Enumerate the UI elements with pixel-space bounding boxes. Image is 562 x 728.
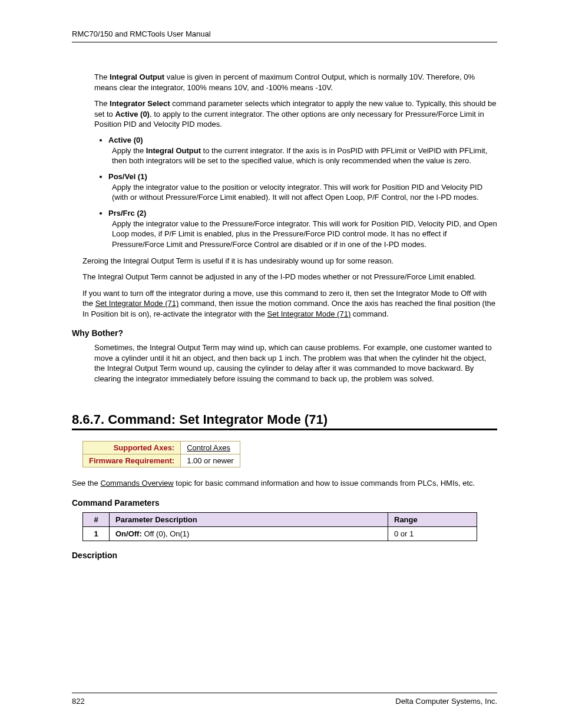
text-bold: Integral Output — [146, 146, 201, 155]
link-control-axes[interactable]: Control Axes — [187, 443, 230, 452]
col-header-description: Parameter Description — [110, 513, 388, 527]
parameters-table: # Parameter Description Range 1 On/Off: … — [82, 512, 477, 541]
bullet-body: Apply the integrator value to the Pressu… — [112, 219, 497, 250]
bullet-heading: Active (0) — [108, 136, 497, 144]
text: Off (0), On(1) — [142, 529, 190, 538]
col-header-number: # — [83, 513, 110, 527]
link-set-integrator-mode[interactable]: Set Integrator Mode (71) — [95, 299, 179, 308]
text-bold: Integrator Select — [110, 99, 170, 108]
table-header-row: # Parameter Description Range — [83, 513, 477, 527]
link-set-integrator-mode[interactable]: Set Integrator Mode (71) — [267, 309, 351, 318]
page-header: RMC70/150 and RMCTools User Manual — [72, 29, 497, 42]
paragraph: See the Commands Overview topic for basi… — [72, 478, 497, 489]
section-rule — [72, 429, 497, 430]
page-footer: 822 Delta Computer Systems, Inc. — [72, 693, 497, 706]
text: The — [94, 73, 110, 81]
info-value: 1.00 or newer — [181, 454, 240, 467]
info-value: Control Axes — [181, 442, 240, 454]
text-bold: Integral Output — [110, 73, 164, 81]
list-item: Prs/Frc (2) Apply the integrator value t… — [108, 209, 497, 250]
paragraph: Sometimes, the Integral Output Term may … — [94, 342, 497, 384]
paragraph: If you want to turn off the integrator d… — [82, 288, 497, 319]
text-bold: Active (0) — [115, 110, 150, 118]
section-title: 8.6.7. Command: Set Integrator Mode (71) — [72, 412, 497, 427]
text: command. — [351, 309, 388, 318]
info-label: Firmware Requirement: — [83, 454, 181, 467]
text: , to apply to the current integrator. Th… — [94, 110, 484, 129]
col-header-range: Range — [388, 513, 477, 527]
info-label: Supported Axes: — [83, 442, 181, 454]
paragraph: The Integral Output Term cannot be adjus… — [82, 272, 497, 282]
text: The — [94, 99, 110, 108]
subheading-why-bother: Why Bother? — [72, 328, 497, 338]
text: Apply the — [112, 146, 146, 155]
table-row: Supported Axes: Control Axes — [83, 442, 240, 454]
text: topic for basic command information and … — [174, 479, 475, 487]
list-item: Active (0) Apply the Integral Output to … — [108, 136, 497, 166]
bullet-body: Apply the Integral Output to the current… — [112, 146, 497, 166]
cell-number: 1 — [83, 527, 110, 541]
paragraph: The Integrator Select command parameter … — [94, 98, 497, 130]
cell-range: 0 or 1 — [388, 527, 477, 541]
paragraph: Zeroing the Integral Output Term is usef… — [82, 256, 497, 266]
bullet-heading: Pos/Vel (1) — [108, 172, 497, 181]
link-commands-overview[interactable]: Commands Overview — [100, 479, 173, 487]
subheading-description: Description — [72, 551, 497, 560]
bullet-body: Apply the integrator value to the positi… — [112, 182, 497, 203]
list-item: Pos/Vel (1) Apply the integrator value t… — [108, 172, 497, 203]
table-row: 1 On/Off: Off (0), On(1) 0 or 1 — [83, 527, 477, 541]
text-bold: 1 — [94, 529, 98, 538]
company-name: Delta Computer Systems, Inc. — [395, 697, 497, 706]
text: See the — [72, 479, 100, 487]
cell-description: On/Off: Off (0), On(1) — [110, 527, 388, 541]
table-row: Firmware Requirement: 1.00 or newer — [83, 454, 240, 467]
info-table: Supported Axes: Control Axes Firmware Re… — [82, 441, 240, 467]
paragraph: The Integral Output value is given in pe… — [94, 72, 497, 93]
bullet-heading: Prs/Frc (2) — [108, 209, 497, 218]
page-number: 822 — [72, 697, 85, 706]
subheading-command-parameters: Command Parameters — [72, 498, 497, 508]
text-bold: On/Off: — [115, 529, 142, 538]
bullet-list: Active (0) Apply the Integral Output to … — [94, 136, 497, 250]
